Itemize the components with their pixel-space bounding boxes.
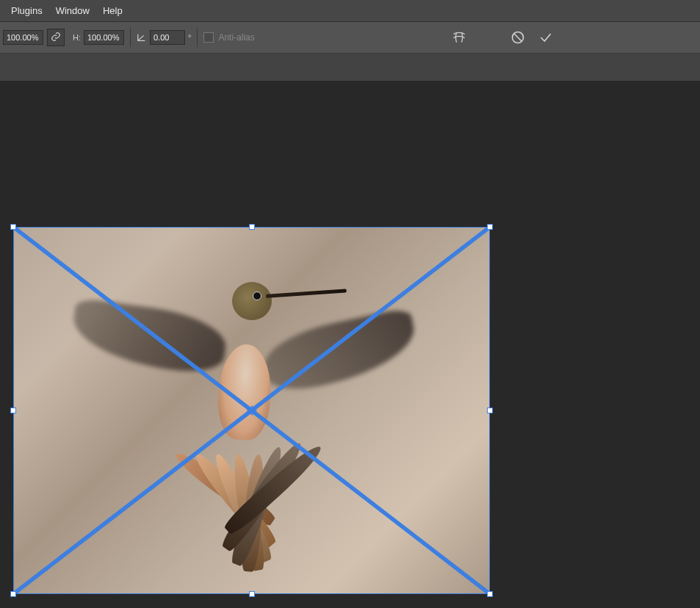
cancel-transform-button[interactable] [508, 28, 527, 47]
angle-icon [137, 32, 147, 43]
image-content [266, 289, 347, 298]
canvas-workspace[interactable] [0, 81, 700, 608]
transform-handle-top-left[interactable] [10, 224, 16, 230]
antialias-label: Anti-alias [218, 32, 254, 43]
height-label: H: [73, 33, 81, 42]
image-content [232, 282, 272, 320]
degree-label: ° [188, 33, 191, 42]
menu-help[interactable]: Help [96, 0, 129, 21]
link-icon [51, 32, 61, 44]
transform-handle-top-right[interactable] [487, 224, 493, 230]
svg-line-1 [514, 34, 522, 41]
svg-point-5 [250, 410, 253, 412]
separator [130, 28, 131, 47]
warp-mode-button[interactable] [450, 28, 469, 47]
menu-plugins[interactable]: Plugins [4, 0, 49, 21]
transform-handle-bottom-left[interactable] [10, 591, 16, 597]
warp-grid-icon [452, 30, 466, 45]
transform-handle-bottom-right[interactable] [487, 591, 493, 597]
separator [197, 28, 198, 47]
document-tab-strip [0, 54, 700, 82]
image-content [217, 343, 273, 441]
commit-checkmark-icon [538, 30, 553, 45]
transform-options-bar: H: ° Anti-alias [0, 22, 700, 54]
transform-handle-bottom-middle[interactable] [249, 591, 255, 597]
transform-center-point[interactable] [247, 405, 257, 416]
width-scale-input[interactable] [3, 30, 43, 45]
cancel-icon [510, 30, 525, 45]
menu-window[interactable]: Window [49, 0, 96, 21]
antialias-checkbox[interactable] [203, 32, 214, 43]
transform-handle-middle-right[interactable] [487, 408, 493, 413]
rotation-angle-input[interactable] [150, 30, 185, 45]
transform-handle-top-middle[interactable] [249, 224, 255, 230]
image-content [259, 307, 422, 397]
height-scale-input[interactable] [84, 30, 124, 45]
application-menubar: Plugins Window Help [0, 0, 700, 22]
image-content [253, 292, 261, 300]
image-content [68, 297, 229, 377]
image-content [167, 433, 344, 572]
transform-handle-middle-left[interactable] [10, 408, 16, 413]
link-aspect-button[interactable] [47, 29, 65, 46]
commit-transform-button[interactable] [536, 28, 555, 47]
